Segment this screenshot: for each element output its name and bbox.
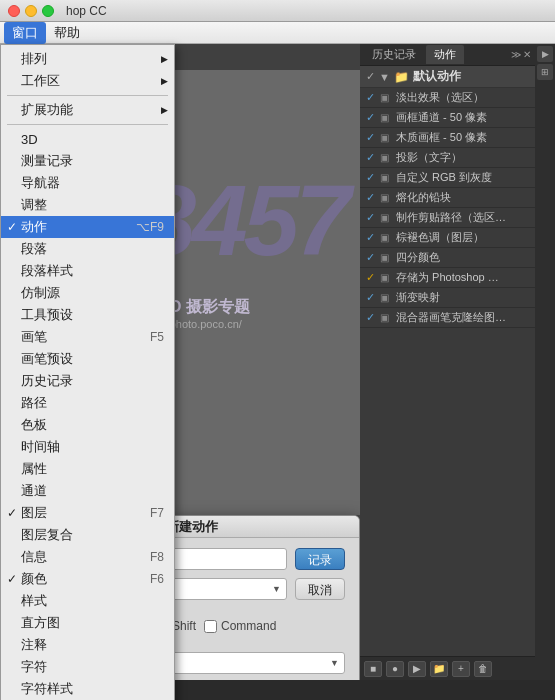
dm-measurements[interactable]: 测量记录	[1, 150, 174, 172]
dm-channels[interactable]: 通道	[1, 480, 174, 502]
dm-paragraph-styles[interactable]: 段落样式	[1, 260, 174, 282]
dm-character[interactable]: 字符	[1, 656, 174, 678]
dm-character-styles-label: 字符样式	[21, 680, 73, 698]
new-action-button[interactable]: +	[452, 661, 470, 677]
dm-3d[interactable]: 3D	[1, 128, 174, 150]
panel-menu-icon[interactable]: ≫	[511, 49, 521, 60]
dm-color-shortcut: F6	[150, 572, 164, 586]
dm-notes[interactable]: 注释	[1, 634, 174, 656]
command-checkbox[interactable]	[204, 620, 217, 633]
label-7: 棕褪色调（图层）	[396, 230, 529, 245]
action-item-6[interactable]: ✓ ▣ 制作剪贴路径（选区…	[360, 208, 535, 228]
dm-extensions[interactable]: 扩展功能	[1, 99, 174, 121]
far-right-btn-2[interactable]: ⊞	[537, 64, 553, 80]
dm-paragraph[interactable]: 段落	[1, 238, 174, 260]
menu-window[interactable]: 窗口	[4, 22, 46, 44]
dm-layers-label: 图层	[21, 504, 47, 522]
dm-brush[interactable]: 画笔 F5	[1, 326, 174, 348]
record-button-panel[interactable]: ●	[386, 661, 404, 677]
cancel-button[interactable]: 取消	[295, 578, 345, 600]
command-checkbox-group: Command	[204, 619, 276, 633]
window-dropdown-menu: 排列 工作区 扩展功能 3D 测量记录 导航器 调整 动作 ⌥F9 段落 段落样…	[0, 44, 175, 700]
label-1: 画框通道 - 50 像素	[396, 110, 529, 125]
traffic-lights	[8, 5, 54, 17]
dm-paragraph-styles-label: 段落样式	[21, 262, 73, 280]
action-item-10[interactable]: ✓ ▣ 渐变映射	[360, 288, 535, 308]
icon-7: ▣	[380, 232, 394, 243]
dm-histogram[interactable]: 直方图	[1, 612, 174, 634]
stop-button[interactable]: ■	[364, 661, 382, 677]
action-item-8[interactable]: ✓ ▣ 四分颜色	[360, 248, 535, 268]
dm-arrange[interactable]: 排列	[1, 48, 174, 70]
folder-icon: 📁	[394, 70, 409, 84]
action-item-3[interactable]: ✓ ▣ 投影（文字）	[360, 148, 535, 168]
command-label: Command	[221, 619, 276, 633]
action-item-5[interactable]: ✓ ▣ 熔化的铅块	[360, 188, 535, 208]
actions-folder-header[interactable]: ✓ ▼ 📁 默认动作	[360, 66, 535, 88]
menu-bar: 窗口 帮助	[0, 22, 555, 44]
dm-character-styles[interactable]: 字符样式	[1, 678, 174, 700]
window-titlebar: hop CC	[0, 0, 555, 22]
dm-navigator[interactable]: 导航器	[1, 172, 174, 194]
dm-tool-presets[interactable]: 工具预设	[1, 304, 174, 326]
dm-adjustments[interactable]: 调整	[1, 194, 174, 216]
panel-tabs: 历史记录 动作 ≫ ✕	[360, 44, 535, 66]
record-button[interactable]: 记录	[295, 548, 345, 570]
dm-brush-presets[interactable]: 画笔预设	[1, 348, 174, 370]
dm-brush-label: 画笔	[21, 328, 47, 346]
dm-tool-presets-label: 工具预设	[21, 306, 73, 324]
dm-layer-comps[interactable]: 图层复合	[1, 524, 174, 546]
dm-clone-source[interactable]: 仿制源	[1, 282, 174, 304]
dm-actions-shortcut: ⌥F9	[136, 220, 164, 234]
action-item-11[interactable]: ✓ ▣ 混合器画笔克隆绘图…	[360, 308, 535, 328]
tab-history[interactable]: 历史记录	[364, 45, 424, 64]
action-item-0[interactable]: ✓ ▣ 淡出效果（选区）	[360, 88, 535, 108]
new-set-button[interactable]: 📁	[430, 661, 448, 677]
dm-brush-presets-label: 画笔预设	[21, 350, 73, 368]
far-right-btn-1[interactable]: ▶	[537, 46, 553, 62]
delete-button[interactable]: 🗑	[474, 661, 492, 677]
icon-0: ▣	[380, 92, 394, 103]
window-title: hop CC	[66, 4, 107, 18]
action-item-4[interactable]: ✓ ▣ 自定义 RGB 到灰度	[360, 168, 535, 188]
dm-styles-label: 样式	[21, 592, 47, 610]
maximize-button[interactable]	[42, 5, 54, 17]
dm-history[interactable]: 历史记录	[1, 370, 174, 392]
actions-panel-toolbar: ■ ● ▶ 📁 + 🗑	[360, 656, 535, 680]
dm-styles[interactable]: 样式	[1, 590, 174, 612]
dm-workspace-label: 工作区	[21, 72, 60, 90]
right-panel: 历史记录 动作 ≫ ✕ ✓ ▼ 📁 默认动作 ✓ ▣ 淡出效果（选区） ✓ ▣	[360, 44, 535, 680]
action-item-7[interactable]: ✓ ▣ 棕褪色调（图层）	[360, 228, 535, 248]
dm-workspace[interactable]: 工作区	[1, 70, 174, 92]
folder-check: ✓	[366, 70, 375, 83]
dm-notes-label: 注释	[21, 636, 47, 654]
dm-histogram-label: 直方图	[21, 614, 60, 632]
label-10: 渐变映射	[396, 290, 529, 305]
dm-layers[interactable]: 图层 F7	[1, 502, 174, 524]
dm-properties-label: 属性	[21, 460, 47, 478]
play-button[interactable]: ▶	[408, 661, 426, 677]
label-6: 制作剪贴路径（选区…	[396, 210, 529, 225]
close-button[interactable]	[8, 5, 20, 17]
dm-paths[interactable]: 路径	[1, 392, 174, 414]
action-item-1[interactable]: ✓ ▣ 画框通道 - 50 像素	[360, 108, 535, 128]
dm-actions[interactable]: 动作 ⌥F9	[1, 216, 174, 238]
dm-timeline-label: 时间轴	[21, 438, 60, 456]
tab-actions[interactable]: 动作	[426, 45, 464, 64]
dm-timeline[interactable]: 时间轴	[1, 436, 174, 458]
dm-color[interactable]: 颜色 F6	[1, 568, 174, 590]
dm-actions-label: 动作	[21, 218, 47, 236]
dm-properties[interactable]: 属性	[1, 458, 174, 480]
dm-3d-label: 3D	[21, 132, 38, 147]
dm-history-label: 历史记录	[21, 372, 73, 390]
panel-close-icon[interactable]: ✕	[523, 49, 531, 60]
menu-help[interactable]: 帮助	[46, 22, 88, 44]
dm-info[interactable]: 信息 F8	[1, 546, 174, 568]
action-item-2[interactable]: ✓ ▣ 木质画框 - 50 像素	[360, 128, 535, 148]
minimize-button[interactable]	[25, 5, 37, 17]
action-item-9[interactable]: ✓ ▣ 存储为 Photoshop …	[360, 268, 535, 288]
far-right-strip: ▶ ⊞	[535, 44, 555, 680]
dm-layer-comps-label: 图层复合	[21, 526, 73, 544]
dm-sep-1	[7, 95, 168, 96]
dm-swatches[interactable]: 色板	[1, 414, 174, 436]
